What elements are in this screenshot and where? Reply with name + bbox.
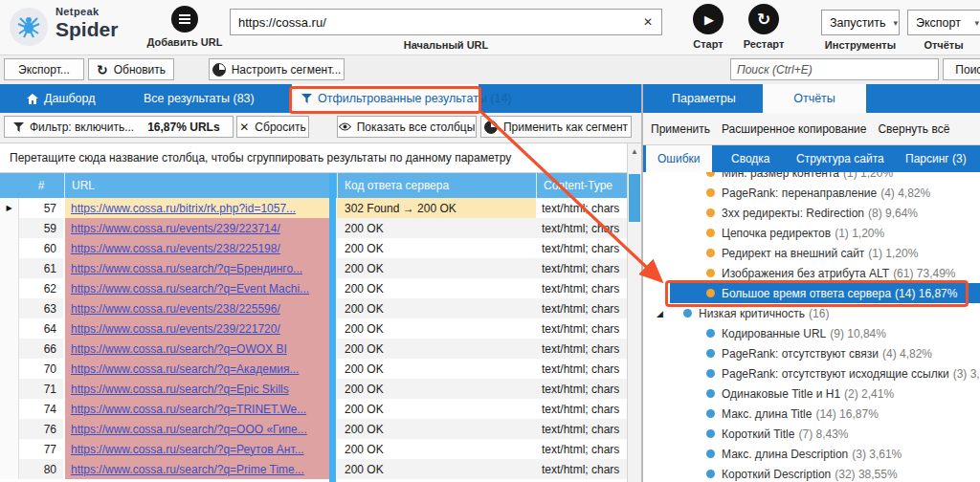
tree-item-count: (7) 8,43%: [798, 427, 848, 441]
filter-icon: [13, 122, 24, 132]
search-input[interactable]: [730, 58, 939, 80]
table-row[interactable]: 63https://www.cossa.ru/events/238/225596…: [0, 298, 627, 318]
subtab-parsing[interactable]: Парсинг (3): [894, 145, 978, 172]
severity-dot-icon: [706, 470, 715, 478]
url-link[interactable]: https://www.cossa.ru/search/?q=Event Mac…: [71, 282, 309, 296]
show-all-columns-button[interactable]: Показать все столбцы: [337, 116, 477, 138]
status-code-cell: 200 OK: [337, 399, 536, 419]
expander-icon[interactable]: ◢: [657, 309, 666, 318]
tab-parameters[interactable]: Параметры: [662, 84, 746, 113]
url-link[interactable]: https://www.cossa.ru/search/?q=ООО «Гипе…: [71, 423, 307, 436]
tree-item[interactable]: Кодированные URL(9) 10,84%: [643, 323, 980, 343]
column-separator-stripe[interactable]: [329, 173, 336, 482]
table-row[interactable]: 76https://www.cossa.ru/search/?q=ООО «Ги…: [0, 419, 627, 439]
url-link[interactable]: https://www.cossa.ru/events/238/225198/: [71, 242, 280, 255]
url-link[interactable]: https://www.cossa.ru/search/?q=Epic Skil…: [71, 383, 289, 396]
brand-top: Netpeak: [56, 7, 118, 17]
tree-item[interactable]: Короткий Title(7) 8,43%: [643, 424, 980, 444]
tree-item[interactable]: PageRank: перенаправление(4) 4,82%: [643, 183, 980, 203]
table-row[interactable]: 59https://www.cossa.ru/events/239/223714…: [0, 218, 627, 238]
url-link[interactable]: https://www.cossa.ru/search/?q=Prime Tim…: [71, 463, 304, 476]
url-link[interactable]: https://www.cossa.ru/search/?q=OWOX BI: [71, 342, 287, 356]
reset-filter-button[interactable]: ✕ Сбросить: [236, 116, 309, 138]
url-link[interactable]: https://www.cossa.ru/search/?q=Реутов Ан…: [71, 443, 304, 456]
tab-reports[interactable]: Отчёты: [763, 84, 866, 113]
url-link[interactable]: https://www.cossa.ru/search/?q=Академия.…: [71, 362, 299, 376]
clear-url-icon[interactable]: ✕: [635, 15, 661, 29]
status-code-cell: 200 OK: [337, 218, 536, 238]
tree-item[interactable]: PageRank: отсутствуют исходящие ссылки(3…: [643, 363, 980, 383]
content-type-cell: text/html; chars: [536, 399, 627, 419]
url-link[interactable]: https://www.cossa.ru/bitrix/rk.php?id=10…: [71, 202, 296, 215]
table-row[interactable]: 74https://www.cossa.ru/search/?q=TRINET.…: [0, 399, 627, 419]
tree-item[interactable]: 3xx редиректы: Redirection(8) 9,64%: [643, 203, 980, 223]
tree-item[interactable]: Редирект на внешний сайт(1) 1,20%: [643, 243, 980, 263]
search-button[interactable]: Поиск: [943, 58, 980, 80]
tab-filtered-results[interactable]: Отфильтрованные результаты (14): [292, 84, 479, 113]
tree-item[interactable]: Одинаковые Title и H1(2) 2,41%: [643, 383, 980, 404]
search-button-label: Поиск: [955, 63, 980, 77]
url-link[interactable]: https://www.cossa.ru/events/239/221720/: [71, 322, 280, 336]
start-button[interactable]: ▶: [693, 4, 724, 34]
tree-item[interactable]: Изображения без атрибута ALT(61) 73,49%: [643, 263, 980, 283]
scroll-up-icon[interactable]: ▲: [628, 147, 641, 156]
table-row[interactable]: 66https://www.cossa.ru/search/?q=OWOX BI…: [0, 339, 627, 359]
status-code-cell: 200 OK: [337, 318, 536, 339]
tools-dropdown-value: Запустить: [830, 16, 886, 30]
table-row[interactable]: 61https://www.cossa.ru/search/?q=Брендин…: [0, 258, 627, 278]
vertical-scrollbar[interactable]: ▲: [627, 143, 641, 482]
subtab-site-structure[interactable]: Структура сайта: [785, 145, 896, 172]
subtab-errors[interactable]: Ошибки: [646, 145, 712, 172]
table-row[interactable]: 80https://www.cossa.ru/search/?q=Prime T…: [0, 459, 627, 479]
add-url-button[interactable]: [171, 6, 198, 33]
apply-menu-item[interactable]: Применить: [651, 122, 710, 136]
tree-item-label: 3xx редиректы: Redirection: [722, 207, 864, 220]
extended-copy-menu-item[interactable]: Расширенное копирование: [722, 122, 866, 136]
table-row[interactable]: 60https://www.cossa.ru/events/238/225198…: [0, 238, 627, 258]
url-link[interactable]: https://www.cossa.ru/events/238/225596/: [71, 302, 280, 316]
subtab-summary[interactable]: Сводка: [720, 145, 782, 172]
column-header-url[interactable]: URL: [64, 173, 330, 198]
tree-item[interactable]: Короткий Description(32) 38,55%: [643, 464, 980, 482]
content-type-cell: text/html; chars: [536, 318, 627, 339]
table-row[interactable]: 62https://www.cossa.ru/search/?q=Event M…: [0, 278, 627, 298]
tree-item[interactable]: Макс. длина Title(14) 16,87%: [643, 404, 980, 424]
scrollbar-thumb[interactable]: [629, 174, 640, 222]
reports-menubar: Применить Расширенное копирование Сверну…: [643, 113, 980, 145]
url-link[interactable]: https://www.cossa.ru/search/?q=TRINET.We…: [71, 403, 306, 416]
tree-item-count: (2) 2,41%: [844, 387, 894, 401]
tab-dashboard[interactable]: Дашборд: [17, 84, 105, 113]
apply-as-segment-button[interactable]: Применить как сегмент: [480, 116, 632, 138]
tree-item[interactable]: Цепочка редиректов(1) 1,20%: [643, 223, 980, 243]
column-header-number[interactable]: #: [19, 173, 63, 198]
table-row[interactable]: ▶57https://www.cossa.ru/bitrix/rk.php?id…: [0, 198, 627, 218]
column-header-content-type[interactable]: Content-Type: [536, 173, 635, 198]
tree-item[interactable]: ◢Низкая критичность(16): [643, 303, 980, 323]
column-header-status[interactable]: Код ответа сервера: [337, 173, 536, 198]
table-row[interactable]: 70https://www.cossa.ru/search/?q=Академи…: [0, 359, 627, 379]
tree-item[interactable]: Макс. длина Description(3) 3,61%: [643, 444, 980, 464]
tree-item-count: (8) 9,64%: [868, 207, 918, 220]
status-code-cell: 200 OK: [337, 238, 536, 258]
refresh-button[interactable]: ↻ Обновить: [88, 58, 174, 80]
initial-url-input[interactable]: https://cossa.ru/ ✕: [230, 9, 662, 35]
url-cell: https://www.cossa.ru/search/?q=Event Mac…: [65, 278, 329, 298]
tree-item[interactable]: PageRank: отсутствуют связи(4) 4,82%: [643, 343, 980, 363]
export-button[interactable]: Экспорт...: [4, 58, 84, 80]
table-row[interactable]: 64https://www.cossa.ru/events/239/221720…: [0, 318, 627, 339]
restart-button[interactable]: ↻: [748, 4, 779, 34]
restart-label: Рестарт: [744, 38, 785, 50]
reports-dropdown[interactable]: Экспорт ▾: [907, 10, 980, 35]
tree-item[interactable]: Большое время ответа сервера(14) 16,87%: [643, 283, 980, 303]
table-row[interactable]: 71https://www.cossa.ru/search/?q=Epic Sk…: [0, 379, 627, 399]
row-marker-cell: [0, 459, 19, 479]
filter-button[interactable]: Фильтр: включить... 16,87% URLs: [4, 116, 234, 138]
tab-all-results[interactable]: Все результаты (83): [134, 84, 264, 113]
url-link[interactable]: https://www.cossa.ru/events/239/223714/: [71, 222, 280, 235]
table-row[interactable]: 77https://www.cossa.ru/search/?q=Реутов …: [0, 439, 627, 459]
url-link[interactable]: https://www.cossa.ru/search/?q=Брендинго…: [71, 262, 302, 275]
segment-settings-button[interactable]: Настроить сегмент...: [209, 58, 345, 80]
tools-dropdown[interactable]: Запустить ▾: [821, 10, 900, 35]
collapse-all-menu-item[interactable]: Свернуть всё: [878, 122, 949, 136]
tree-item-label: Редирект на внешний сайт: [722, 247, 864, 260]
